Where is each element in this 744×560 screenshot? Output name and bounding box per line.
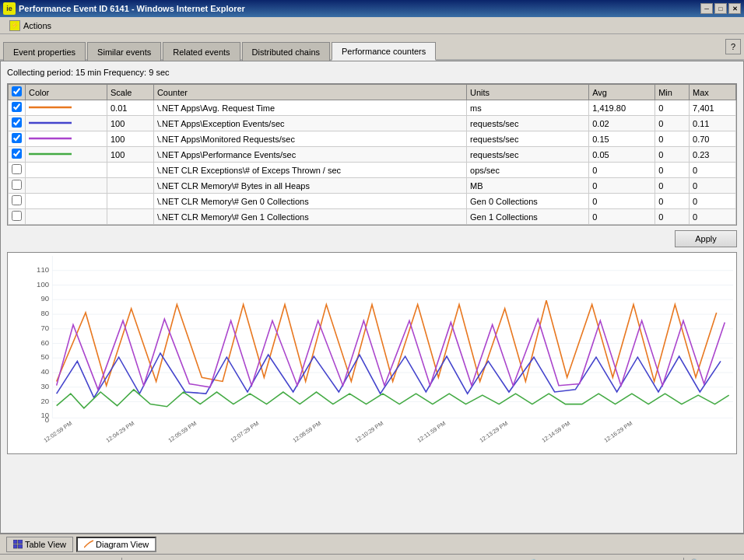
diagram-view-button[interactable]: Diagram View: [76, 537, 156, 552]
svg-text:100: 100: [37, 280, 49, 289]
window-icon: ie: [3, 2, 16, 15]
chart-area: 110 100 90 80 70 60 50 40 30 20 10 0: [7, 252, 737, 454]
row-units: requests/sec: [467, 147, 589, 163]
row-units: ops/sec: [467, 163, 589, 178]
collecting-info: Collecting period: 15 min Frequency: 9 s…: [7, 68, 737, 77]
table-row: \.NET CLR Memory\# Bytes in all HeapsMB0…: [9, 178, 736, 194]
table-row: \.NET CLR Exceptions\# of Exceps Thrown …: [9, 163, 736, 178]
status-divider-1: [121, 558, 122, 561]
svg-text:0: 0: [45, 415, 49, 424]
row-scale: [107, 209, 153, 225]
row-units: ms: [467, 100, 589, 116]
row-scale: [107, 163, 153, 178]
row-checkbox-cell: [9, 131, 26, 147]
row-checkbox-cell: [9, 178, 26, 194]
svg-text:90: 90: [40, 294, 49, 303]
counter-table-wrapper: Color Scale Counter Units Avg Min Max 0.…: [7, 83, 737, 226]
row-checkbox[interactable]: [12, 195, 22, 205]
row-units: requests/sec: [467, 116, 589, 131]
table-row: 0.01\.NET Apps\Avg. Request Timems1,419.…: [9, 100, 736, 116]
table-row: 100\.NET Apps\Performance Events/secrequ…: [9, 147, 736, 163]
maximize-button[interactable]: □: [714, 3, 727, 14]
svg-text:110: 110: [37, 265, 49, 274]
svg-rect-42: [18, 544, 23, 548]
color-line: [29, 103, 72, 112]
col-min: Min: [655, 85, 690, 100]
svg-text:50: 50: [40, 352, 49, 361]
svg-text:60: 60: [40, 338, 49, 347]
table-view-label: Table View: [25, 540, 66, 549]
status-right: 🔒 Local intranet | Protected Mode: Off 🔍…: [528, 558, 738, 561]
row-checkbox[interactable]: [12, 180, 22, 190]
svg-text:40: 40: [40, 367, 49, 376]
row-counter: \.NET CLR Exceptions\# of Exceps Thrown …: [153, 163, 466, 178]
row-max: 0: [690, 163, 736, 178]
row-avg: 1,419.80: [589, 100, 655, 116]
minimize-button[interactable]: ─: [700, 3, 713, 14]
row-min: 0: [655, 163, 690, 178]
row-color: [26, 147, 107, 163]
row-color: [26, 163, 107, 178]
tab-performance-counters[interactable]: Performance counters: [332, 42, 436, 61]
row-max: 7,401: [690, 100, 736, 116]
actions-menu[interactable]: ⚡ Actions: [3, 19, 58, 33]
row-checkbox[interactable]: [12, 133, 22, 143]
svg-rect-39: [13, 540, 17, 544]
col-counter: Counter: [153, 85, 466, 100]
row-counter: \.NET CLR Memory\# Bytes in all Heaps: [153, 178, 466, 194]
row-avg: 0: [589, 163, 655, 178]
row-min: 0: [655, 178, 690, 194]
bottom-toolbar: Table View Diagram View: [0, 534, 744, 554]
apply-button[interactable]: Apply: [675, 230, 737, 247]
table-row: \.NET CLR Memory\# Gen 0 CollectionsGen …: [9, 194, 736, 209]
row-checkbox-cell: [9, 147, 26, 163]
row-max: 0.70: [690, 131, 736, 147]
select-all-checkbox[interactable]: [12, 86, 22, 96]
diagram-view-label: Diagram View: [96, 540, 149, 549]
table-row: 100\.NET Apps\Exception Events/secreques…: [9, 116, 736, 131]
apply-btn-row: Apply: [7, 226, 737, 252]
row-scale: [107, 178, 153, 194]
row-max: 0: [690, 194, 736, 209]
menu-bar: ⚡ Actions: [0, 17, 744, 34]
table-row: 100\.NET Apps\Monitored Requests/secrequ…: [9, 131, 736, 147]
row-avg: 0: [589, 194, 655, 209]
row-color: [26, 209, 107, 225]
close-button[interactable]: ✕: [728, 3, 741, 14]
row-units: Gen 1 Collections: [467, 209, 589, 225]
col-color: Color: [26, 85, 107, 100]
col-checkbox: [9, 85, 26, 100]
svg-rect-40: [18, 540, 23, 544]
title-bar: ie Performance Event ID 6141 - Windows I…: [0, 0, 744, 17]
tab-related-events[interactable]: Related events: [163, 42, 240, 61]
row-counter: \.NET Apps\Avg. Request Time: [153, 100, 466, 116]
row-color: [26, 178, 107, 194]
row-counter: \.NET Apps\Exception Events/sec: [153, 116, 466, 131]
row-color: [26, 116, 107, 131]
row-scale: [107, 194, 153, 209]
svg-rect-41: [13, 544, 17, 548]
col-max: Max: [690, 85, 736, 100]
color-line: [29, 149, 72, 159]
row-checkbox[interactable]: [12, 164, 22, 174]
row-min: 0: [655, 116, 690, 131]
row-checkbox[interactable]: [12, 117, 22, 128]
row-checkbox-cell: [9, 209, 26, 225]
row-min: 0: [655, 209, 690, 225]
help-button[interactable]: ?: [725, 39, 741, 54]
tab-distributed-chains[interactable]: Distributed chains: [242, 42, 330, 61]
tab-event-properties[interactable]: Event properties: [3, 42, 86, 61]
row-scale: 100: [107, 131, 153, 147]
row-checkbox[interactable]: [12, 211, 22, 221]
row-avg: 0.02: [589, 116, 655, 131]
row-checkbox[interactable]: [12, 102, 22, 112]
actions-label: Actions: [23, 21, 51, 30]
row-units: Gen 0 Collections: [467, 194, 589, 209]
row-checkbox[interactable]: [12, 149, 22, 159]
window-controls[interactable]: ─ □ ✕: [700, 3, 741, 14]
row-units: MB: [467, 178, 589, 194]
table-view-button[interactable]: Table View: [6, 537, 73, 552]
status-bar: Performance Event ID 6141 🔒 Local intran…: [0, 554, 744, 560]
row-counter: \.NET Apps\Monitored Requests/sec: [153, 131, 466, 147]
tab-similar-events[interactable]: Similar events: [87, 42, 161, 61]
